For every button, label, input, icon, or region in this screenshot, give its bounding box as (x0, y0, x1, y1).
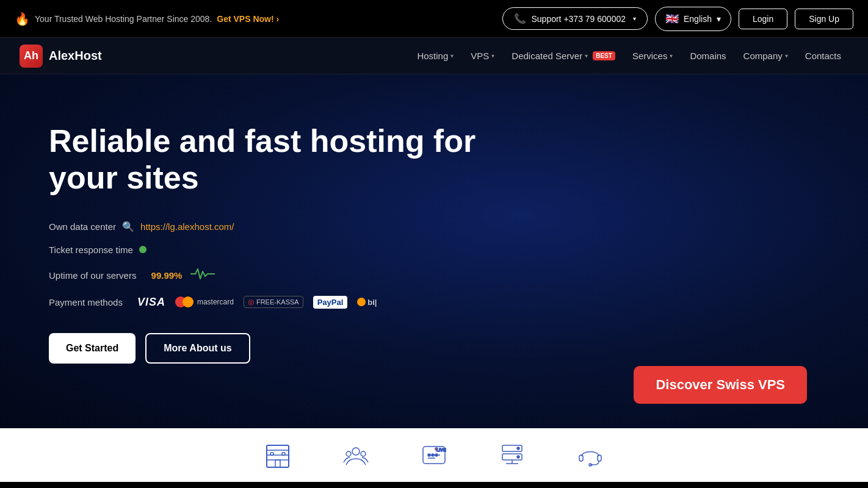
signup-button[interactable]: Sign Up (795, 9, 853, 29)
lang-label: English (684, 14, 712, 24)
nav-bar: Ah AlexHost Hosting ▾ VPS ▾ Dedicated Se… (0, 38, 868, 74)
nav-links: Hosting ▾ VPS ▾ Dedicated Server ▾ BEST … (410, 46, 848, 66)
services-chevron-icon: ▾ (670, 52, 673, 59)
language-button[interactable]: 🇬🇧 English ▾ (655, 7, 731, 31)
bil-logo: bi| (357, 298, 377, 307)
visa-logo: VISA (137, 296, 165, 309)
hero-content: Reliable and fast hosting for your sites… (49, 123, 476, 364)
nav-label-hosting: Hosting (417, 51, 448, 61)
svg-rect-25 (598, 455, 601, 461)
vps-chevron-icon: ▾ (491, 52, 494, 59)
mc-text: mastercard (197, 298, 234, 306)
nav-item-contacts: Contacts (798, 46, 848, 66)
svg-rect-24 (579, 455, 583, 461)
nav-label-company: Company (743, 51, 783, 61)
server-icon (497, 440, 527, 470)
support-phone-label: Support +373 79 600002 (531, 14, 626, 24)
support-button[interactable]: 📞 Support +373 79 600002 ▾ (502, 7, 648, 30)
nav-item-services: Services ▾ (625, 46, 681, 66)
freekassa-text: FREE-KASSA (256, 298, 299, 306)
feature-community (341, 440, 371, 470)
community-icon (341, 440, 371, 470)
svg-point-9 (361, 451, 366, 456)
nav-label-services: Services (632, 51, 668, 61)
nav-link-vps[interactable]: VPS ▾ (463, 46, 502, 66)
feature-support (576, 440, 605, 470)
hosting-chevron-icon: ▾ (450, 52, 454, 59)
hero-section: Reliable and fast hosting for your sites… (0, 74, 868, 428)
best-badge: BEST (593, 51, 615, 60)
uptime-row: Uptime of our servers 99.99% (49, 267, 476, 284)
nav-item-vps: VPS ▾ (463, 46, 502, 66)
features-bar: LIVE (0, 428, 868, 482)
svg-point-8 (346, 451, 351, 456)
flag-icon: 🇬🇧 (665, 12, 679, 26)
nav-label-dedicated: Dedicated Server (512, 51, 582, 61)
svg-rect-6 (282, 453, 285, 455)
more-about-us-button[interactable]: More About us (145, 333, 250, 364)
logo-link[interactable]: Ah AlexHost (20, 45, 102, 68)
logo-text: AlexHost (49, 49, 102, 63)
nav-item-domains: Domains (682, 46, 733, 66)
freekassa-logo: ◎ FREE-KASSA (244, 296, 303, 308)
uptime-label: Uptime of our servers (49, 270, 136, 281)
nav-link-company[interactable]: Company ▾ (736, 46, 795, 66)
svg-point-12 (435, 448, 438, 450)
hero-buttons: Get Started More About us (49, 333, 476, 364)
phone-icon: 📞 (514, 13, 526, 24)
nav-link-contacts[interactable]: Contacts (798, 46, 848, 66)
get-started-button[interactable]: Get Started (49, 333, 136, 364)
mc-orange-circle (183, 296, 193, 307)
nav-item-company: Company ▾ (736, 46, 795, 66)
nav-label-domains: Domains (690, 51, 726, 61)
nav-link-domains[interactable]: Domains (682, 46, 733, 66)
feature-datacenter (263, 440, 292, 470)
uptime-value: 99.99% (151, 270, 183, 281)
logo-icon: Ah (20, 45, 43, 68)
nav-link-hosting[interactable]: Hosting ▾ (410, 46, 461, 66)
dedicated-chevron-icon: ▾ (585, 52, 588, 59)
top-bar-right: 📞 Support +373 79 600002 ▾ 🇬🇧 English ▾ … (502, 7, 853, 31)
building-icon (263, 440, 292, 470)
svg-point-20 (517, 447, 519, 450)
discover-vps-button[interactable]: Discover Swiss VPS (634, 366, 807, 404)
svg-point-7 (352, 448, 360, 455)
support-chevron-icon: ▾ (633, 15, 636, 22)
ticket-label: Ticket response time (49, 245, 133, 255)
top-bar: 🔥 Your Trusted Web Hosting Partner Since… (0, 0, 868, 38)
bil-dot (357, 298, 366, 306)
datacenter-link[interactable]: https://lg.alexhost.com/ (140, 221, 234, 232)
svg-point-17 (435, 454, 438, 456)
login-button[interactable]: Login (739, 9, 787, 29)
freekassa-icon: ◎ (248, 298, 254, 306)
company-chevron-icon: ▾ (785, 52, 788, 59)
nav-link-services[interactable]: Services ▾ (625, 46, 681, 66)
fire-icon: 🔥 (15, 12, 30, 26)
nav-item-hosting: Hosting ▾ (410, 46, 461, 66)
status-indicator (139, 246, 146, 253)
svg-rect-0 (267, 445, 289, 467)
search-icon: 🔍 (122, 221, 134, 232)
paypal-logo: PayPal (313, 296, 348, 309)
svg-rect-5 (270, 453, 273, 455)
svg-rect-4 (275, 460, 280, 467)
ticket-row: Ticket response time (49, 245, 476, 255)
bil-text: bi| (367, 298, 377, 307)
get-vps-link[interactable]: Get VPS Now! › (217, 14, 279, 24)
svg-point-21 (517, 456, 519, 458)
nav-label-contacts: Contacts (805, 51, 841, 61)
payment-row: Payment methods VISA mastercard ◎ FREE-K… (49, 296, 476, 309)
svg-point-16 (432, 454, 434, 456)
lang-chevron-icon: ▾ (717, 14, 721, 24)
livechat-icon: LIVE (419, 440, 449, 470)
mastercard-logo: mastercard (175, 296, 234, 307)
pulse-icon (190, 267, 215, 284)
nav-item-dedicated: Dedicated Server ▾ BEST (504, 46, 623, 66)
hero-heading: Reliable and fast hosting for your sites (49, 123, 476, 196)
datacenter-row: Own data center 🔍 https://lg.alexhost.co… (49, 221, 476, 232)
payment-label: Payment methods (49, 297, 123, 307)
nav-link-dedicated[interactable]: Dedicated Server ▾ BEST (504, 46, 623, 66)
nav-label-vps: VPS (471, 51, 489, 61)
feature-livechat: LIVE (419, 440, 449, 470)
top-bar-left: 🔥 Your Trusted Web Hosting Partner Since… (15, 12, 279, 26)
